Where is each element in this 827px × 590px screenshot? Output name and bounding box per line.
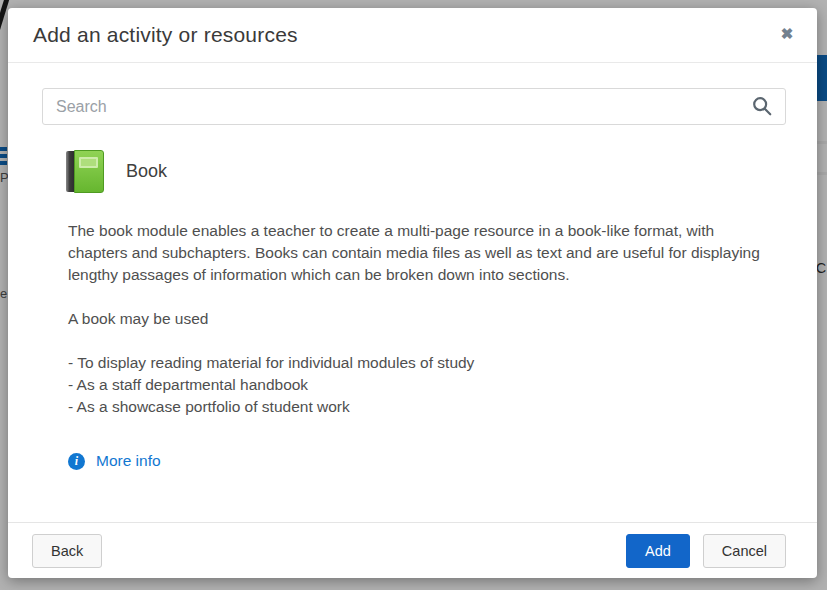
add-activity-modal: Add an activity or resources ✖ Book The … [8,8,817,578]
cancel-button[interactable]: Cancel [703,534,786,568]
search-bar [42,88,786,125]
back-button[interactable]: Back [32,534,102,568]
more-info-link[interactable]: i More info [68,452,161,470]
module-name: Book [126,161,167,182]
description-paragraph: The book module enables a teacher to cre… [68,220,776,286]
module-header: Book [66,150,786,193]
modal-title: Add an activity or resources [33,23,298,47]
book-icon [66,150,104,193]
usage-item: - As a showcase portfolio of student wor… [68,396,776,418]
module-description: The book module enables a teacher to cre… [68,220,776,418]
usage-list: - To display reading material for indivi… [68,352,776,418]
search-input[interactable] [42,88,786,125]
usage-intro: A book may be used [68,308,776,330]
modal-footer: Back Add Cancel [8,522,817,578]
more-info-label: More info [96,452,161,470]
add-button[interactable]: Add [626,534,690,568]
modal-header: Add an activity or resources ✖ [8,8,817,63]
close-icon[interactable]: ✖ [773,20,801,48]
usage-item: - As a staff departmental handbook [68,374,776,396]
info-icon: i [68,453,85,470]
usage-item: - To display reading material for indivi… [68,352,776,374]
modal-body: Book The book module enables a teacher t… [8,63,817,522]
